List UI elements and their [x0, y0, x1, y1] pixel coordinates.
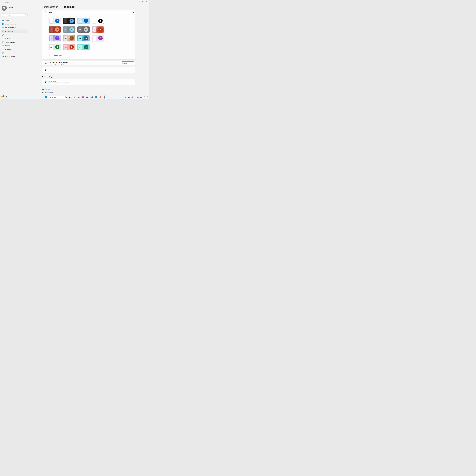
battery-icon[interactable]: [140, 96, 142, 98]
sidebar-item-time-language[interactable]: Time & language: [1, 40, 28, 44]
sidebar-item-label: Apps: [5, 34, 8, 36]
sidebar-item-bluetooth-devices[interactable]: Bluetooth & devices: [1, 22, 28, 26]
breadcrumb-chevron-icon: [61, 6, 63, 7]
custom-theme-label[interactable]: Custom theme: [54, 54, 62, 56]
touch-keyboard-card[interactable]: Touch keyboard: [42, 67, 135, 73]
theme-tile-blue-gray[interactable]: Aa: [63, 26, 75, 33]
sidebar-item-windows-update[interactable]: Windows Update: [1, 55, 28, 58]
theme-tile-pink-orange[interactable]: Aa: [63, 44, 75, 50]
taskbar-app-file-explorer-icon[interactable]: [77, 96, 81, 99]
sidebar-item-accessibility[interactable]: Accessibility: [1, 48, 28, 51]
related-settings-heading: Related settings: [42, 76, 52, 78]
start-button[interactable]: [44, 96, 48, 99]
theme-tile-peach[interactable]: Aa: [63, 35, 75, 41]
sidebar-item-gaming[interactable]: Gaming: [1, 44, 28, 47]
taskbar-search[interactable]: Search: [48, 96, 68, 99]
minimize-button[interactable]: [136, 0, 140, 4]
weather-widget[interactable]: 1 41°F Partly sunny: [1, 96, 11, 99]
theme-tile-lavender[interactable]: Aa: [49, 35, 61, 41]
taskbar: 1 41°F Partly sunny Search NTP ENG: [0, 95, 149, 99]
search-placeholder: Search: [52, 97, 65, 98]
microphone-icon: [55, 45, 60, 49]
microphone-icon: [69, 36, 74, 40]
sidebar-item-network-internet[interactable]: Network & internet: [1, 26, 28, 29]
theme-tile-high-contrast[interactable]: Aa: [92, 18, 104, 24]
theme-tile-aa-sample: Aa: [78, 45, 82, 50]
give-feedback-link[interactable]: Give feedback: [45, 92, 53, 93]
back-button[interactable]: [1, 1, 3, 3]
breadcrumb-parent[interactable]: Personalization: [42, 5, 58, 8]
taskbar-app-edge-icon[interactable]: [94, 96, 98, 99]
windows-update-icon: [2, 56, 4, 57]
theme-tile-light-blue[interactable]: Aa: [77, 18, 90, 24]
copilot-key-dropdown[interactable]: Copilot: [121, 62, 134, 65]
theme-tile-aa-sample: Aa: [93, 18, 96, 23]
volume-muted-icon[interactable]: [137, 96, 139, 98]
onedrive-icon[interactable]: [128, 96, 130, 99]
sidebar-item-accounts[interactable]: Accounts: [1, 37, 28, 40]
language-indicator[interactable]: ENG US: [131, 96, 133, 99]
microphone-icon: [69, 45, 74, 49]
theme-tile-bloom-red[interactable]: Aa: [92, 26, 104, 33]
theme-tile-aa-sample: Aa: [78, 27, 82, 32]
theme-tile-green-lavender[interactable]: Aa: [49, 44, 61, 50]
taskbar-app-powerpoint-icon[interactable]: P: [98, 96, 102, 99]
microphone-icon: [69, 27, 74, 32]
get-help-link[interactable]: Get help: [45, 88, 50, 90]
search-icon: [50, 97, 51, 98]
tray-time: 10:36 AM: [143, 96, 148, 97]
microphone-icon: [55, 27, 60, 32]
sidebar-item-apps[interactable]: Apps: [1, 33, 28, 36]
dropdown-value: Copilot: [123, 63, 132, 64]
theme-tile-gray[interactable]: Aa: [77, 26, 90, 33]
chevron-down-icon[interactable]: [133, 69, 134, 71]
plus-icon: [50, 54, 52, 56]
taskbar-app-onenote-icon[interactable]: N: [81, 96, 85, 99]
theme-tile-aa-sample: Aa: [50, 18, 53, 23]
add-custom-theme-button[interactable]: [50, 54, 52, 57]
avatar[interactable]: [2, 6, 7, 11]
restore-button[interactable]: [140, 0, 145, 4]
theme-tile-rust[interactable]: Aa: [49, 26, 61, 33]
bluetooth-icon: [2, 23, 4, 25]
taskbar-app-outlook-icon[interactable]: [90, 96, 93, 99]
theme-palette-icon: [45, 11, 47, 13]
taskbar-app-teams-icon[interactable]: T: [85, 96, 89, 99]
microphone-icon: [84, 45, 88, 49]
get-help-icon: [42, 88, 44, 90]
sidebar-item-personalization[interactable]: Personalization: [1, 30, 28, 33]
give-feedback-icon: [42, 91, 44, 93]
privacy-icon: [2, 52, 4, 54]
copilot-key-card: Customize Copilot key on keyboard Choose…: [42, 61, 135, 66]
sidebar-item-label: Time & language: [5, 41, 15, 43]
typing-settings-title: Typing settings: [48, 80, 56, 82]
chevron-down-icon: [132, 63, 133, 64]
theme-tile-aa-sample: Aa: [50, 45, 53, 50]
theme-tile-aa-sample: Aa: [64, 45, 68, 50]
search-box[interactable]: [2, 14, 28, 16]
close-button[interactable]: [145, 0, 149, 4]
theme-tile-teal-ink[interactable]: Aa: [77, 35, 90, 41]
clock[interactable]: 10:36 AM 2024-12-05: [143, 96, 148, 99]
sidebar-item-label: Gaming: [5, 45, 10, 47]
theme-tile-mint[interactable]: Aa: [77, 44, 90, 50]
taskbar-apps: NTP: [68, 96, 106, 99]
typing-settings-card[interactable]: Typing settings Spelling, touch keyboard…: [42, 79, 135, 85]
weather-icon: 1: [1, 96, 4, 99]
svg-text:P: P: [99, 97, 100, 98]
chevron-up-icon[interactable]: [133, 12, 134, 13]
theme-tile-pastel-pink-blue[interactable]: Aa: [92, 35, 104, 41]
theme-section-title: Theme: [48, 12, 52, 13]
sidebar-item-system[interactable]: System: [1, 19, 28, 22]
search-input[interactable]: [3, 14, 25, 16]
chevron-right-icon: [133, 81, 134, 83]
wifi-icon[interactable]: [134, 96, 136, 98]
theme-tile-light[interactable]: Aa: [49, 18, 61, 24]
sidebar-item-privacy-security[interactable]: Privacy & security: [1, 51, 28, 55]
tray-expand-icon[interactable]: [125, 96, 127, 98]
theme-tile-dark[interactable]: Aa: [63, 18, 75, 24]
taskbar-app-layers-app-icon[interactable]: [68, 96, 72, 99]
taskbar-app-settings-icon[interactable]: [103, 96, 106, 99]
taskbar-app-snipping-tool-icon[interactable]: [73, 96, 76, 99]
sidebar-nav: SystemBluetooth & devicesNetwork & inter…: [0, 18, 29, 58]
